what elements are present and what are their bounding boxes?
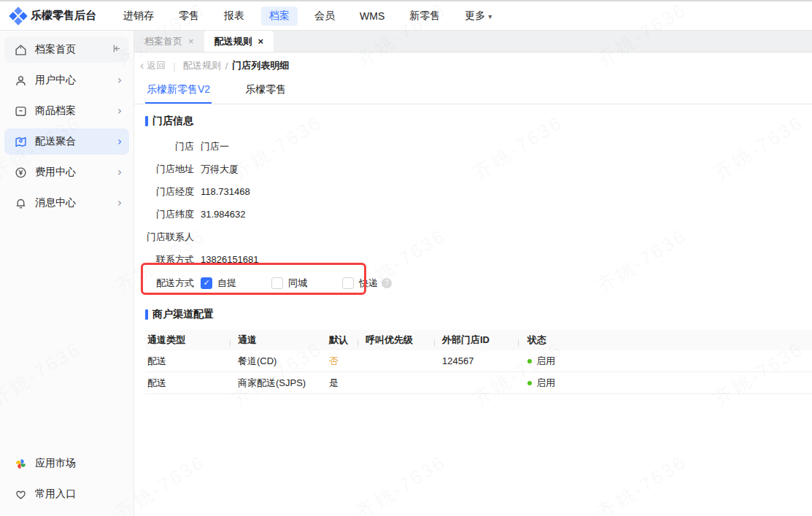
checkbox-label: 同城 <box>288 277 307 290</box>
sidebar-item-common-entry[interactable]: 常用入口 <box>4 481 129 507</box>
back-chevron-icon: ‹ <box>140 60 144 72</box>
nav-item-purchase[interactable]: 进销存 <box>115 7 162 26</box>
checkbox-label: 快递 <box>359 277 378 290</box>
nav-item-new-retail[interactable]: 新零售 <box>401 7 448 26</box>
field-value: 118.731468 <box>201 186 250 197</box>
checkbox-unchecked-icon[interactable] <box>342 277 354 289</box>
checkbox-label: 自提 <box>217 277 236 290</box>
breadcrumb-current: 门店列表明细 <box>232 59 289 72</box>
checkbox-option-self-pickup[interactable]: ✓ 自提 <box>201 277 265 290</box>
field-store-address: 门店地址 万得大厦 <box>134 158 812 180</box>
column-header-external-store-id: 外部门店ID <box>434 334 518 347</box>
sidebar-item-fee-center[interactable]: 费用中心 › <box>4 159 129 185</box>
field-label: 门店 <box>134 140 194 153</box>
breadcrumb: ‹ 返回 | 配送规则 / 门店列表明细 <box>134 53 812 79</box>
sidebar: 档案首页 用户中心 › 商品档案 › 配送聚合 › <box>0 31 134 516</box>
heart-icon <box>13 487 28 501</box>
app-logo[interactable]: 乐檬零售后台 <box>0 9 115 23</box>
cell-default: 否 <box>325 355 357 368</box>
section-accent-bar <box>145 309 148 320</box>
delivery-map-icon <box>13 134 28 149</box>
sidebar-item-user-center[interactable]: 用户中心 › <box>4 67 129 93</box>
chevron-right-icon: › <box>117 166 122 179</box>
table-header-row: 通道类型 通道 默认 呼叫优先级 外部门店ID 状态 <box>145 330 812 350</box>
sidebar-item-message-center[interactable]: 消息中心 › <box>4 190 129 216</box>
chevron-right-icon: › <box>117 196 122 209</box>
tab-delivery-rules[interactable]: 配送规则 × <box>204 31 274 52</box>
close-icon[interactable]: × <box>258 36 264 47</box>
sidebar-item-label: 常用入口 <box>35 488 122 501</box>
subtab-new-retail-v2[interactable]: 乐檬新零售V2 <box>145 79 212 104</box>
sidebar-item-label: 费用中心 <box>35 166 117 179</box>
field-contact-phone: 联系方式 13826151681 <box>134 248 812 271</box>
checkbox-option-same-city[interactable]: 同城 <box>271 277 336 290</box>
sidebar-item-archive-home[interactable]: 档案首页 <box>4 36 129 63</box>
sidebar-item-label: 档案首页 <box>35 43 111 56</box>
channel-config-table: 通道类型 通道 默认 呼叫优先级 外部门店ID 状态 配送 餐道(CD) 否 1… <box>145 330 812 394</box>
cell-channel: 商家配送(SJPS) <box>230 377 325 390</box>
nav-item-wms[interactable]: WMS <box>352 7 393 25</box>
help-icon[interactable]: ? <box>382 278 392 288</box>
sidebar-item-label: 消息中心 <box>35 196 117 209</box>
chevron-right-icon: › <box>117 135 122 148</box>
chevron-right-icon: › <box>117 74 122 87</box>
table-row: 配送 餐道(CD) 否 124567 启用 <box>145 350 812 372</box>
sidebar-item-product-archive[interactable]: 商品档案 › <box>4 98 129 124</box>
chevron-right-icon: › <box>117 104 122 118</box>
field-label: 门店经度 <box>134 185 194 199</box>
checkbox-checked-icon[interactable]: ✓ <box>201 277 212 289</box>
field-value: 万得大厦 <box>201 163 239 176</box>
sidebar-item-app-market[interactable]: 应用市场 <box>4 450 129 477</box>
column-header-call-priority: 呼叫优先级 <box>357 334 434 347</box>
user-icon <box>13 73 28 88</box>
column-header-channel-type: 通道类型 <box>145 334 230 347</box>
section-store-info: 门店信息 <box>145 115 812 128</box>
tab-label: 配送规则 <box>214 35 252 48</box>
tab-label: 档案首页 <box>144 35 182 48</box>
field-label: 门店地址 <box>134 163 194 176</box>
status-enabled-dot <box>527 359 532 363</box>
field-value: 门店一 <box>201 140 229 153</box>
collapse-sidebar-icon[interactable] <box>111 43 122 57</box>
nav-item-more-label: 更多 <box>465 9 485 21</box>
nav-item-more[interactable]: 更多▾ <box>457 7 500 26</box>
field-label: 门店纬度 <box>134 208 194 221</box>
section-channel-config: 商户渠道配置 <box>145 308 812 321</box>
nav-item-report[interactable]: 报表 <box>216 7 252 26</box>
nav-item-archive[interactable]: 档案 <box>261 7 298 26</box>
cell-external-store-id: 124567 <box>434 355 518 366</box>
back-button[interactable]: 返回 <box>147 59 166 72</box>
section-title-text: 门店信息 <box>152 115 193 128</box>
product-archive-icon <box>13 104 28 118</box>
tab-archive-home[interactable]: 档案首页 × <box>134 31 204 52</box>
nav-item-member[interactable]: 会员 <box>306 7 343 26</box>
table-row: 配送 商家配送(SJPS) 是 启用 <box>145 372 812 394</box>
field-value: 31.984632 <box>201 209 245 220</box>
store-subtabs: 乐檬新零售V2 乐檬零售 <box>134 79 812 104</box>
nav-item-retail[interactable]: 零售 <box>171 7 207 26</box>
fee-icon <box>13 165 28 180</box>
top-navbar: 乐檬零售后台 进销存 零售 报表 档案 会员 WMS 新零售 更多▾ <box>0 0 812 31</box>
checkbox-unchecked-icon[interactable] <box>271 277 283 289</box>
sidebar-item-label: 商品档案 <box>35 104 117 118</box>
breadcrumb-divider: | <box>173 61 175 72</box>
close-icon[interactable]: × <box>188 36 194 47</box>
page-tab-bar: 档案首页 × 配送规则 × <box>134 31 812 53</box>
bell-icon <box>13 196 28 210</box>
sidebar-item-delivery-aggregation[interactable]: 配送聚合 › <box>4 128 129 155</box>
field-value: 13826151681 <box>201 254 259 265</box>
checkbox-option-express[interactable]: 快递 ? <box>342 277 392 290</box>
logo-diamond-icon <box>9 7 27 25</box>
field-store-contact: 门店联系人 <box>134 226 812 248</box>
column-header-default: 默认 <box>325 334 357 347</box>
top-nav-menu: 进销存 零售 报表 档案 会员 WMS 新零售 更多▾ <box>115 7 500 26</box>
app-market-icon <box>13 456 28 471</box>
breadcrumb-parent[interactable]: 配送规则 <box>183 59 221 72</box>
cell-status: 启用 <box>518 355 598 368</box>
cell-channel: 餐道(CD) <box>230 355 325 368</box>
subtab-retail[interactable]: 乐檬零售 <box>244 79 287 104</box>
cell-channel-type: 配送 <box>145 355 230 368</box>
app-title: 乐檬零售后台 <box>31 9 96 23</box>
sidebar-item-label: 配送聚合 <box>35 135 117 148</box>
field-label: 联系方式 <box>134 253 194 266</box>
